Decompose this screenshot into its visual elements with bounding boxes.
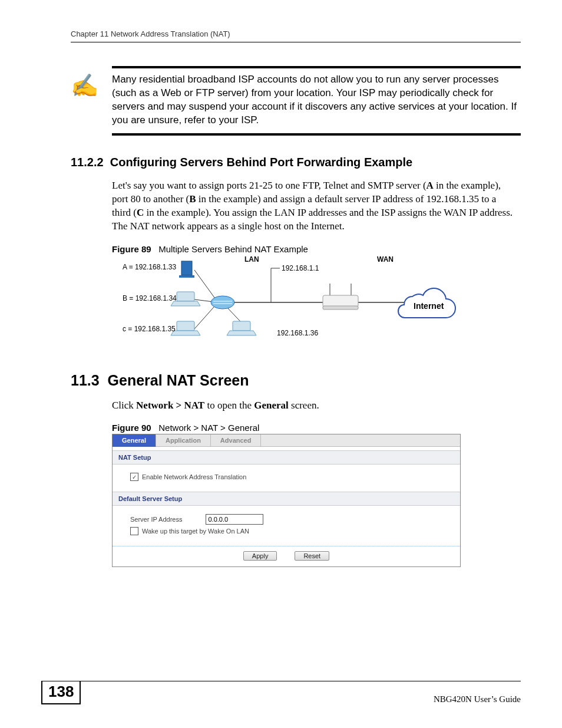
nat-setup-header: NAT Setup (113, 450, 460, 465)
tab-application[interactable]: Application (156, 434, 211, 446)
figure-title: Multiple Servers Behind NAT Example (158, 244, 308, 254)
tab-general[interactable]: General (113, 434, 156, 447)
heading-title: Configuring Servers Behind Port Forwardi… (110, 156, 412, 169)
host-a-label: A = 192.168.1.33 (123, 263, 176, 271)
note-text: Many residential broadband ISP accounts … (112, 73, 521, 127)
heading-number: 11.3 (71, 372, 100, 388)
apply-button[interactable]: Apply (243, 551, 277, 561)
heading-title: General NAT Screen (108, 372, 249, 388)
bold-general: General (254, 400, 289, 411)
text-fragment: to open the (204, 400, 254, 411)
router-ip-label: 192.168.1.36 (277, 329, 318, 337)
figure-label: Figure 90 (112, 423, 151, 433)
wol-label: Wake up this target by Wake On LAN (142, 528, 249, 535)
svg-rect-10 (177, 292, 194, 301)
enable-nat-label: Enable Network Address Translation (142, 473, 246, 480)
server-ip-label: Server IP Address (130, 516, 182, 523)
text-fragment: screen. (289, 400, 319, 411)
lan-label: LAN (244, 255, 259, 263)
default-server-header: Default Server Setup (113, 492, 460, 506)
note-hand-icon: ✍ (71, 73, 103, 97)
running-header: Chapter 11 Network Address Translation (… (71, 29, 521, 42)
figure-89-caption: Figure 89 Multiple Servers Behind NAT Ex… (112, 244, 521, 254)
enable-nat-checkbox[interactable]: ✓ (130, 473, 138, 481)
guide-name: NBG420N User’s Guide (434, 694, 521, 704)
internet-label: Internet (414, 301, 444, 311)
bold-path: Network > NAT (136, 400, 204, 411)
figure-89-diagram: LAN WAN 192.168.1.1 A = 192.168.1.33 B =… (112, 255, 471, 344)
server-ip-input[interactable] (206, 514, 263, 525)
wan-label: WAN (377, 255, 394, 263)
text-fragment: Let's say you want to assign ports 21-25… (112, 180, 427, 191)
paragraph-113: Click Network > NAT to open the General … (112, 399, 515, 413)
page-number: 138 (41, 681, 81, 704)
svg-rect-12 (233, 321, 250, 331)
tab-advanced[interactable]: Advanced (211, 434, 262, 446)
figure-title: Network > NAT > General (158, 423, 259, 433)
heading-number: 11.2.2 (71, 156, 104, 169)
wol-checkbox[interactable] (130, 527, 138, 535)
note-bottom-rule (112, 133, 521, 136)
svg-rect-14 (323, 295, 358, 307)
svg-rect-9 (179, 275, 194, 278)
svg-rect-15 (323, 306, 358, 309)
svg-point-13 (211, 296, 234, 309)
gateway-ip-label: 192.168.1.1 (282, 264, 319, 272)
host-c-label: c = 192.168.1.35 (123, 325, 176, 333)
page-footer: 138 NBG420N User’s Guide (41, 681, 521, 704)
note-block: ✍ Many residential broadband ISP account… (112, 66, 521, 136)
bold-c: C (137, 207, 144, 218)
figure-label: Figure 89 (112, 244, 151, 254)
svg-rect-11 (177, 321, 194, 331)
reset-button[interactable]: Reset (295, 551, 329, 561)
heading-11-2-2: 11.2.2 Configuring Servers Behind Port F… (71, 156, 521, 169)
button-row: Apply Reset (113, 546, 460, 566)
host-b-label: B = 192.168.1.34 (123, 294, 177, 302)
bold-b: B (189, 193, 196, 205)
bold-a: A (427, 180, 434, 191)
figure-90-caption: Figure 90 Network > NAT > General (112, 423, 521, 433)
nat-general-screenshot: General Application Advanced NAT Setup ✓… (112, 434, 461, 567)
paragraph-1122: Let's say you want to assign ports 21-25… (112, 179, 515, 233)
tab-bar: General Application Advanced (113, 434, 460, 447)
text-fragment: Click (112, 400, 136, 411)
heading-11-3: 11.3 General NAT Screen (71, 372, 521, 389)
svg-rect-8 (181, 261, 192, 275)
text-fragment: in the example). You assign the LAN IP a… (112, 207, 513, 232)
